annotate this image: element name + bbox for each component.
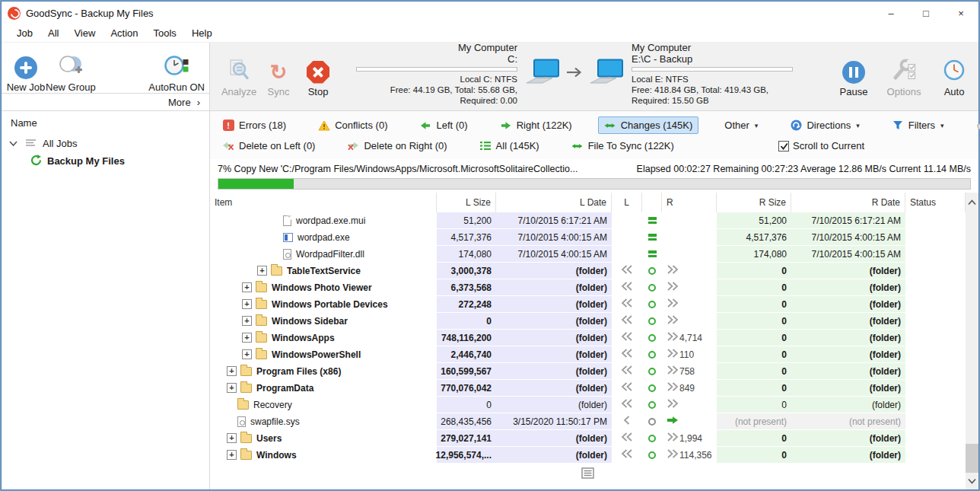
sync-state-cell[interactable]: [642, 397, 662, 413]
r-direction-cell[interactable]: 4,714: [662, 330, 717, 346]
sync-state-cell[interactable]: [642, 296, 662, 313]
expand-icon[interactable]: +: [242, 299, 252, 309]
menu-help[interactable]: Help: [184, 25, 220, 41]
l-direction-cell[interactable]: [612, 330, 642, 346]
filter-other[interactable]: Other▾: [718, 116, 764, 134]
sync-state-cell[interactable]: [642, 246, 662, 263]
l-direction-cell[interactable]: [612, 313, 642, 330]
sync-state-cell[interactable]: [642, 380, 662, 397]
table-row[interactable]: swapfile.sys268,435,4563/15/2020 11:50:1…: [210, 413, 966, 430]
table-row[interactable]: WordpadFilter.dll174,0807/10/2015 4:00:1…: [210, 246, 966, 263]
new-job-button[interactable]: New Job: [6, 46, 46, 93]
r-direction-cell[interactable]: [662, 263, 717, 279]
col-header-lsize[interactable]: L Size: [437, 193, 496, 212]
checkbox-checked-icon[interactable]: [778, 141, 789, 151]
sync-state-cell[interactable]: [642, 279, 662, 296]
filter-filters[interactable]: Filters▾: [886, 116, 950, 134]
filter-errors[interactable]: !Errors (18): [216, 116, 292, 134]
l-direction-cell[interactable]: [612, 263, 642, 279]
expand-icon[interactable]: +: [242, 282, 252, 292]
expand-icon[interactable]: +: [227, 433, 237, 443]
r-direction-cell[interactable]: [662, 313, 717, 330]
l-direction-cell[interactable]: [612, 397, 642, 413]
expand-icon[interactable]: +: [242, 333, 252, 343]
expand-icon[interactable]: +: [242, 349, 252, 359]
more-button[interactable]: More ›: [2, 93, 209, 110]
l-direction-cell[interactable]: [612, 246, 642, 263]
filter-left[interactable]: Left (0): [413, 116, 473, 134]
l-direction-cell[interactable]: [612, 212, 642, 229]
sidebar-item-all-jobs[interactable]: All Jobs: [2, 135, 209, 152]
l-direction-cell[interactable]: [612, 363, 642, 380]
r-direction-cell[interactable]: 1,994: [662, 430, 717, 447]
minimize-button[interactable]: –: [873, 2, 908, 24]
table-row[interactable]: +TableTextService3,000,378(folder)0(fold…: [210, 263, 966, 279]
sync-state-cell[interactable]: [642, 363, 662, 380]
r-direction-cell[interactable]: 114,356: [662, 447, 717, 464]
table-row[interactable]: +Windows Sidebar0(folder)0(folder): [210, 313, 966, 330]
table-row[interactable]: +Windows Photo Viewer6,373,568(folder)0(…: [210, 279, 966, 296]
scroll-up-icon[interactable]: [968, 195, 976, 209]
col-header-l[interactable]: L: [612, 193, 642, 212]
filter-delete-on-left[interactable]: Delete on Left (0): [216, 137, 321, 155]
new-group-button[interactable]: New Group: [46, 46, 96, 93]
sync-state-cell[interactable]: [642, 313, 662, 330]
options-button[interactable]: Options: [884, 50, 924, 97]
menu-tools[interactable]: Tools: [146, 25, 184, 41]
sync-state-cell[interactable]: [642, 212, 662, 229]
table-row[interactable]: +WindowsPowerShell2,446,740(folder)1100(…: [210, 346, 966, 363]
r-direction-cell[interactable]: [662, 296, 717, 313]
table-row[interactable]: +WindowsApps748,116,200(folder)4,7140(fo…: [210, 330, 966, 346]
menu-action[interactable]: Action: [103, 25, 145, 41]
filter-right[interactable]: Right (122K): [494, 116, 578, 134]
l-direction-cell[interactable]: [612, 346, 642, 363]
sync-state-cell[interactable]: [642, 263, 662, 279]
col-header-r[interactable]: R: [662, 193, 717, 212]
r-direction-cell[interactable]: [662, 397, 717, 413]
l-direction-cell[interactable]: [612, 430, 642, 447]
expand-icon[interactable]: +: [242, 316, 252, 326]
col-header-rdate[interactable]: R Date: [791, 193, 905, 212]
l-direction-cell[interactable]: [612, 413, 642, 430]
table-row[interactable]: +ProgramData770,076,042(folder)8490(fold…: [210, 380, 966, 397]
table-row[interactable]: +Users279,027,141(folder)1,9940(folder): [210, 430, 966, 447]
vertical-scrollbar[interactable]: [966, 193, 978, 489]
table-row[interactable]: +Windows12,956,574,...(folder)114,3560(f…: [210, 447, 966, 464]
chevron-down-icon[interactable]: [9, 138, 18, 149]
r-direction-cell[interactable]: [662, 279, 717, 296]
auto-button[interactable]: Auto: [934, 50, 974, 97]
menu-all[interactable]: All: [40, 25, 66, 41]
table-row[interactable]: wordpad.exe4,517,3767/10/2015 4:00:15 AM…: [210, 229, 966, 246]
sync-state-cell[interactable]: [642, 229, 662, 246]
pause-button[interactable]: Pause: [834, 50, 873, 97]
l-direction-cell[interactable]: [612, 229, 642, 246]
sync-state-cell[interactable]: [642, 413, 662, 430]
sync-button[interactable]: ↻ Sync: [259, 50, 298, 97]
expand-icon[interactable]: +: [227, 383, 237, 393]
sync-state-cell[interactable]: [642, 330, 662, 346]
filter-all[interactable]: All (145K): [473, 137, 546, 155]
scroll-down-icon[interactable]: [968, 473, 976, 487]
col-header-ldate[interactable]: L Date: [496, 193, 612, 212]
l-direction-cell[interactable]: [612, 279, 642, 296]
sync-state-cell[interactable]: [642, 447, 662, 464]
r-direction-cell[interactable]: [662, 229, 717, 246]
analyze-button[interactable]: Analyze: [219, 50, 259, 97]
close-button[interactable]: ×: [943, 2, 978, 24]
r-direction-cell[interactable]: [662, 246, 717, 263]
table-row[interactable]: wordpad.exe.mui51,2007/10/2015 6:17:21 A…: [210, 212, 966, 229]
scrollbar-thumb[interactable]: [966, 444, 978, 473]
filter-clear-tree[interactable]: Clear Tree: [970, 116, 980, 134]
table-row[interactable]: +Windows Portable Devices272,248(folder)…: [210, 296, 966, 313]
table-row[interactable]: Recovery0(folder)0(folder): [210, 397, 966, 413]
expand-icon[interactable]: +: [227, 450, 237, 460]
col-header-status[interactable]: Status: [905, 193, 966, 212]
menu-job[interactable]: Job: [9, 25, 40, 41]
maximize-button[interactable]: □: [908, 2, 943, 24]
r-direction-cell[interactable]: 849: [662, 380, 717, 397]
col-header-rsize[interactable]: R Size: [717, 193, 791, 212]
filter-conflicts[interactable]: Conflicts (0): [312, 116, 393, 134]
scroll-to-current-checkbox[interactable]: Scroll to Current: [778, 140, 864, 151]
col-header-item[interactable]: Item: [210, 193, 437, 212]
filter-directions[interactable]: Directions▾: [784, 116, 865, 134]
